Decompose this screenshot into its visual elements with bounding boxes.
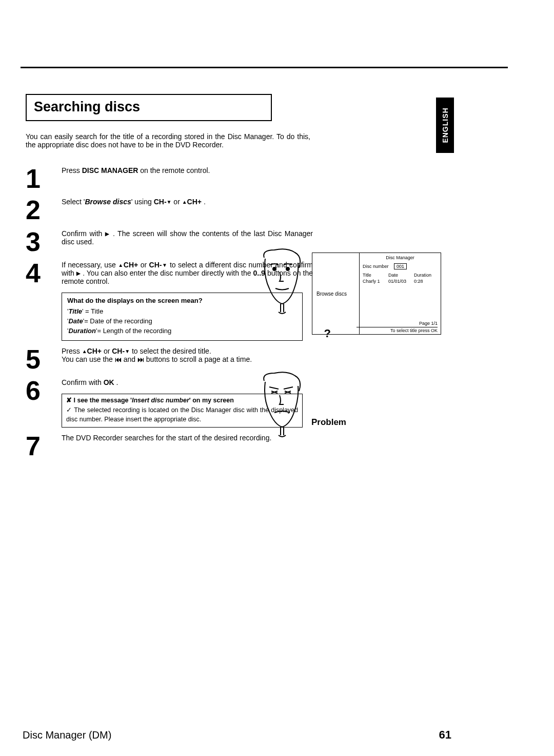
text: or — [141, 261, 149, 269]
step-2-body: Select 'Browse discs' using CH- or CH+ . — [62, 196, 313, 206]
text: Select ' — [62, 198, 85, 206]
check-icon: ✓ — [66, 406, 72, 414]
osd-left-label: Browse discs — [312, 253, 359, 334]
up-icon — [182, 198, 187, 206]
step-5-number: 5 — [26, 345, 62, 372]
step-5-body: Press CH+ or CH- to select the desired t… — [62, 345, 313, 363]
osd-hdr-duration: Duration — [414, 273, 438, 278]
text: Press — [62, 166, 82, 175]
callout-line3: 'Duration'= Length of the recording — [67, 326, 297, 336]
osd-page: Page 1/1 — [419, 321, 438, 326]
down-icon — [125, 347, 130, 355]
text: Confirm with — [62, 378, 104, 386]
osd-disc-number-label: Disc number — [363, 264, 389, 269]
step-1-number: 1 — [26, 164, 62, 191]
text: . You can also enter the disc number dir… — [81, 269, 253, 277]
confused-face-illustration — [259, 371, 305, 442]
osd-hint: To select title press OK — [357, 327, 438, 333]
right-icon — [76, 269, 81, 277]
down-icon — [167, 198, 172, 206]
key-ch-plus: CH+ — [87, 347, 102, 355]
text: Confirm with — [62, 229, 105, 238]
osd-hdr-date: Date — [388, 273, 414, 278]
osd-panel: Disc Manager Disc number 001 Title Date … — [359, 253, 441, 334]
osd-data-date: 01/01/03 — [388, 279, 414, 284]
page-footer: Disc Manager (DM) 61 — [23, 728, 451, 742]
language-label: ENGLISH — [441, 107, 449, 143]
term-date: Date — [68, 317, 83, 325]
step-7-number: 7 — [26, 432, 62, 459]
skip-prev-icon — [115, 355, 122, 363]
text: to select the desired title. — [132, 347, 211, 355]
x-icon: ✘ — [66, 397, 72, 404]
text: = Length of the recording — [97, 327, 171, 335]
key-ch-minus: CH- — [112, 347, 125, 355]
key-ch-minus: CH- — [154, 198, 167, 206]
osd-screenshot: Browse discs Disc Manager Disc number 00… — [312, 253, 441, 335]
section-title: Searching discs — [34, 99, 140, 115]
page-number: 61 — [439, 728, 451, 742]
osd-hdr-title: Title — [363, 273, 388, 278]
skip-next-icon — [137, 355, 144, 363]
svg-point-1 — [286, 267, 289, 270]
down-icon — [162, 261, 167, 269]
step-3-body: Confirm with . The screen will show the … — [62, 227, 313, 246]
text: I see the message ' — [73, 397, 131, 404]
step-6-number: 6 — [26, 376, 62, 403]
step-2-number: 2 — [26, 196, 62, 223]
osd-data-duration: 0:28 — [414, 279, 438, 284]
text: = Date of the recording — [84, 317, 152, 325]
language-tab: ENGLISH — [436, 98, 454, 153]
section-title-box: Searching discs — [26, 94, 272, 121]
text: The DVD Recorder searches for the start … — [62, 434, 271, 442]
key-ch-plus: CH+ — [187, 198, 202, 206]
key-disc-manager: DISC MANAGER — [82, 166, 138, 175]
step-1-body: Press DISC MANAGER on the remote control… — [62, 164, 313, 175]
text: If necessary, use — [62, 261, 118, 269]
up-icon — [118, 261, 123, 269]
term-duration: Duration — [68, 327, 95, 335]
question-face-illustration — [259, 247, 305, 319]
text: You can use the — [62, 355, 115, 363]
header-rule — [21, 67, 508, 68]
term-title: Title — [68, 307, 82, 315]
osd-disc-number-value: 001 — [394, 263, 407, 269]
osd-data-title: Charly 1 — [363, 279, 388, 284]
text: or — [173, 198, 182, 206]
text: and — [124, 355, 137, 363]
osd-disc-number-row: Disc number 001 — [363, 263, 438, 269]
text: ' on my screen — [189, 397, 234, 404]
step-3-number: 3 — [26, 227, 62, 255]
text: buttons to scroll a page at a time. — [146, 355, 252, 363]
text: on the remote control. — [138, 166, 210, 175]
up-icon — [82, 347, 87, 355]
osd-data-row: Charly 1 01/01/03 0:28 — [363, 279, 438, 284]
msg-insert-disc: Insert disc number — [132, 397, 189, 404]
osd-title: Disc Manager — [363, 255, 438, 260]
text: . — [204, 198, 206, 206]
step-4-number: 4 — [26, 259, 62, 286]
text: Press — [62, 347, 82, 355]
intro-text: You can easily search for the title of a… — [26, 132, 310, 149]
text: = Title — [83, 307, 103, 315]
key-ch-minus: CH- — [149, 261, 162, 269]
text: . — [114, 378, 118, 386]
menu-browse-discs: Browse discs — [85, 198, 131, 206]
key-ch-plus: CH+ — [124, 261, 138, 269]
osd-header-row: Title Date Duration — [363, 273, 438, 278]
text: ' using — [131, 198, 154, 206]
svg-point-0 — [273, 267, 276, 270]
footer-section: Disc Manager (DM) — [23, 729, 111, 741]
text: or — [104, 347, 112, 355]
key-ok: OK — [104, 378, 114, 386]
